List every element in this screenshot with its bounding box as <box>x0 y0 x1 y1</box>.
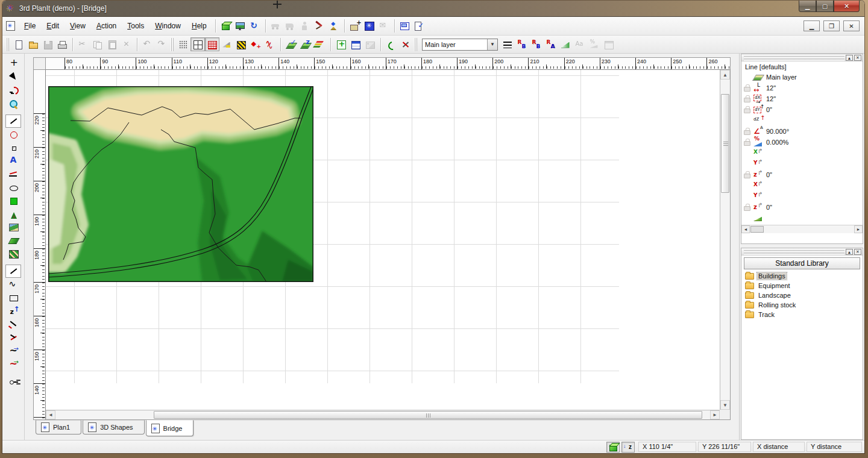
property-icon[interactable] <box>752 202 764 212</box>
lock-icon[interactable] <box>744 141 750 146</box>
text-style-button[interactable] <box>573 37 587 51</box>
sheet-tab[interactable]: 3D Shapes <box>83 420 144 434</box>
panel-grab-bar[interactable]: ▲ ✕ <box>741 248 863 256</box>
insert-image-button[interactable] <box>363 37 377 51</box>
new-button[interactable] <box>11 37 26 51</box>
library-folder-item[interactable]: Landscape <box>741 290 863 300</box>
layer-combo[interactable]: Main layer ▼ <box>422 39 498 51</box>
panel-collapse-button[interactable]: ▲ <box>846 249 853 255</box>
cut-fill-tool[interactable] <box>5 247 21 260</box>
menu-item[interactable]: Edit <box>41 20 64 32</box>
fit-window-button[interactable] <box>362 19 377 33</box>
property-value[interactable]: 0" <box>766 204 772 211</box>
line-tool[interactable] <box>5 114 21 128</box>
break-connection-button[interactable] <box>398 37 413 51</box>
property-icon[interactable] <box>752 181 764 190</box>
easements-button[interactable] <box>263 37 277 51</box>
property-value[interactable]: 0" <box>766 106 772 113</box>
mdi-minimize-button[interactable]: ▁ <box>804 20 820 31</box>
couple-cars-button[interactable] <box>269 19 283 33</box>
lock-icon[interactable] <box>744 108 750 113</box>
object-properties-button[interactable] <box>602 37 616 51</box>
library-folder-item[interactable]: Track <box>741 310 863 319</box>
scroll-right-button[interactable]: ► <box>710 410 720 419</box>
gradient-fill-button[interactable] <box>558 37 573 51</box>
property-value[interactable]: 0.000% <box>766 139 788 146</box>
toolbar-grip[interactable] <box>171 38 174 51</box>
straight-track-tool[interactable] <box>5 265 21 278</box>
survey-button[interactable] <box>327 19 341 33</box>
text-tool[interactable] <box>5 154 21 168</box>
grade-percent-button[interactable] <box>587 37 602 51</box>
menu-item[interactable]: Tools <box>122 20 149 32</box>
parts-list-button[interactable] <box>348 37 363 51</box>
tree-tool[interactable] <box>5 207 21 221</box>
terrain-map[interactable] <box>48 86 313 282</box>
ellipse-tool[interactable] <box>5 181 21 194</box>
minimize-button[interactable]: ▁ <box>799 1 816 12</box>
save-button[interactable] <box>40 37 55 51</box>
pick-point-tool[interactable] <box>5 57 21 71</box>
mdi-restore-button[interactable]: ❐ <box>823 20 840 31</box>
property-value[interactable]: 90.000° <box>766 128 789 135</box>
layer-elevation-button[interactable] <box>298 37 313 51</box>
sheet-tab[interactable]: Bridge <box>146 420 194 436</box>
grade-tool[interactable] <box>5 168 21 181</box>
open-button[interactable] <box>26 37 40 51</box>
print-button[interactable] <box>55 37 69 51</box>
scene-view-button[interactable] <box>233 19 248 33</box>
horizontal-scrollbar[interactable]: ◄ ► <box>46 410 720 419</box>
rectangle-tool[interactable] <box>5 291 21 304</box>
scroll-left-button[interactable]: ◄ <box>46 410 55 419</box>
send-view-button[interactable] <box>377 19 391 33</box>
rotate-tool[interactable] <box>5 84 21 97</box>
paste-button[interactable] <box>105 37 119 51</box>
foreground-color-button[interactable] <box>515 37 529 51</box>
lock-icon[interactable] <box>744 87 750 92</box>
scroll-right-button[interactable]: ► <box>854 225 863 233</box>
scroll-up-button[interactable]: ▲ <box>720 70 730 80</box>
lock-icon[interactable] <box>744 174 750 178</box>
connect-tool[interactable] <box>5 375 21 388</box>
track-grid-button[interactable] <box>205 37 219 51</box>
maximize-button[interactable]: ▢ <box>816 1 834 12</box>
run-train-button[interactable] <box>283 19 298 33</box>
menu-item[interactable]: Help <box>186 20 212 32</box>
filled-rect-tool[interactable] <box>5 194 21 207</box>
layer-colors-button[interactable] <box>313 37 327 51</box>
zoom-tool[interactable] <box>5 97 21 110</box>
curve-track-tool[interactable] <box>5 278 21 291</box>
library-folder-item[interactable]: Rolling stock <box>741 300 863 310</box>
property-icon[interactable] <box>752 213 764 223</box>
menu-item[interactable]: Action <box>91 20 122 32</box>
panel-scrollbar[interactable]: ◄ ► <box>741 225 863 233</box>
menu-item[interactable]: File <box>19 20 41 32</box>
chevron-down-icon[interactable]: ▼ <box>487 39 497 50</box>
redo-button[interactable] <box>155 37 169 51</box>
property-icon[interactable] <box>752 137 764 147</box>
property-value[interactable]: 12" <box>766 95 776 102</box>
property-icon[interactable] <box>752 127 764 136</box>
background-color-button[interactable] <box>529 37 544 51</box>
select-tool[interactable] <box>5 71 21 84</box>
property-icon[interactable] <box>752 72 764 82</box>
library-folder-item[interactable]: Buildings <box>741 271 863 281</box>
library-header-button[interactable]: Standard Library <box>744 257 860 269</box>
endpoints-button[interactable] <box>248 37 263 51</box>
library-folder-item[interactable]: Equipment <box>741 281 863 290</box>
status-3d-button[interactable] <box>606 442 620 453</box>
undo-button[interactable] <box>140 37 155 51</box>
menu-item[interactable]: Window <box>149 20 186 32</box>
elevation-tool[interactable] <box>5 304 21 318</box>
menu-item[interactable]: View <box>64 20 91 32</box>
bend-track-button[interactable] <box>384 37 398 51</box>
insert-object-button[interactable] <box>334 37 348 51</box>
lock-icon[interactable] <box>744 130 750 135</box>
property-icon[interactable] <box>752 159 764 169</box>
terrain-tool[interactable] <box>5 221 21 234</box>
vertical-scroll-thumb[interactable] <box>721 94 729 193</box>
surface-tool[interactable] <box>5 234 21 247</box>
circle-tool[interactable] <box>5 128 21 141</box>
camera-position-button[interactable] <box>348 19 362 33</box>
panel-grab-bar[interactable]: ▲ ✕ <box>741 54 863 61</box>
